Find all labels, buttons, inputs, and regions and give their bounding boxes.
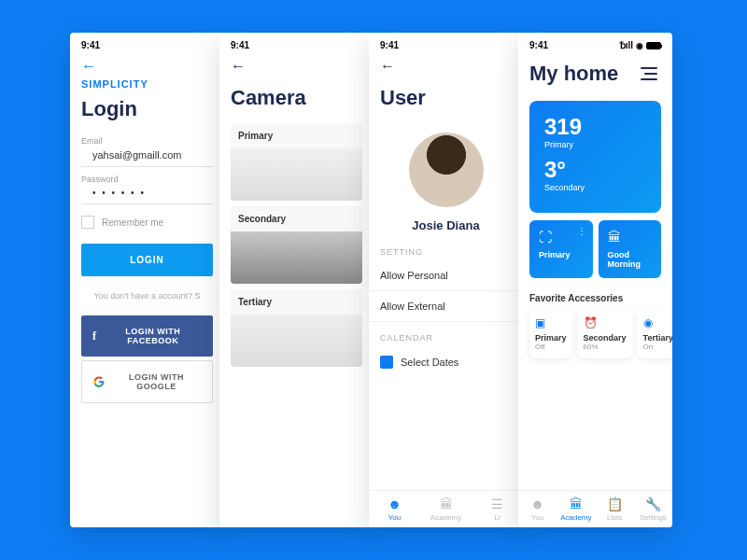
- page-title: Login: [70, 90, 224, 129]
- favorites-label: Favorite Accessories: [518, 284, 672, 309]
- tab-lists[interactable]: 📋Lists: [596, 497, 634, 522]
- fav-status: Off: [535, 343, 567, 351]
- login-button[interactable]: LOGIN: [81, 244, 213, 276]
- camera-card-primary[interactable]: Primary: [231, 123, 362, 201]
- fav-tile-primary[interactable]: ▣ Primary Off: [529, 309, 572, 358]
- allow-external-item[interactable]: Allow External: [369, 291, 523, 322]
- person-icon: ◉: [643, 316, 672, 329]
- card-label: Secondary: [231, 206, 362, 231]
- tile-primary[interactable]: ⋮ ⛶ Primary: [529, 220, 593, 278]
- list-icon: 📋: [596, 497, 634, 511]
- back-button[interactable]: ←: [70, 54, 224, 78]
- card-label: Tertiary: [231, 289, 362, 315]
- battery-icon: [646, 42, 661, 49]
- camera-image: [231, 231, 362, 284]
- page-title: My home: [529, 58, 618, 90]
- email-field[interactable]: yahsai@gmaill.com: [81, 147, 213, 167]
- camera-card-tertiary[interactable]: Tertiary: [231, 289, 362, 367]
- camera-image: [231, 315, 362, 367]
- checkbox-icon[interactable]: [81, 216, 94, 229]
- login-screen: 9:41 ← SIMPLICITY Login Email yahsai@gma…: [70, 33, 224, 527]
- facebook-icon: f: [92, 329, 97, 343]
- building-icon: 🏛: [608, 230, 653, 245]
- wifi-icon: ◉: [636, 41, 643, 50]
- menu-button[interactable]: [637, 63, 661, 84]
- tab-academy[interactable]: 🏛Academy: [557, 497, 595, 522]
- fav-title: Secondary: [584, 333, 627, 343]
- tile-good-morning[interactable]: 🏛 Good Morning: [599, 220, 662, 278]
- clock-icon: ⏰: [584, 316, 627, 329]
- stats-card[interactable]: 319 Primary 3° Secondary: [529, 101, 661, 213]
- calendar-section-label: CALENDAR: [369, 322, 523, 346]
- camera-screen: 9:41 ← Camera Primary Secondary Tertiary: [219, 33, 374, 527]
- password-label: Password: [70, 167, 224, 186]
- user-icon: ☻: [518, 497, 557, 511]
- calendar-icon: [380, 356, 393, 369]
- wallet-icon: ▣: [535, 316, 567, 329]
- wrench-icon: 🔧: [634, 497, 672, 511]
- status-bar: 9:41: [369, 33, 523, 54]
- status-icons: ␢ıll ◉: [620, 40, 661, 50]
- back-button[interactable]: ←: [369, 54, 523, 78]
- tab-you[interactable]: ☻You: [518, 497, 557, 522]
- fav-status: On: [643, 343, 672, 351]
- tab-you[interactable]: ☻You: [369, 497, 420, 522]
- tile-label: Primary: [539, 250, 584, 259]
- status-time: 9:41: [231, 40, 249, 50]
- no-account-text[interactable]: You don't have a account? S: [70, 280, 224, 312]
- status-time: 9:41: [380, 40, 399, 50]
- back-button[interactable]: ←: [219, 54, 374, 78]
- brand-label: SIMPLICITY: [70, 78, 224, 90]
- password-field[interactable]: • • • • • •: [81, 186, 213, 204]
- user-name: Josie Diana: [369, 215, 523, 236]
- google-login-button[interactable]: LOGIN WITH GOOGLE: [81, 360, 213, 403]
- select-dates-item[interactable]: Select Dates: [369, 346, 523, 378]
- building-icon: 🏛: [557, 497, 595, 511]
- allow-personal-item[interactable]: Allow Personal: [369, 260, 523, 291]
- status-bar: 9:41: [70, 33, 224, 54]
- remember-me-label: Remember me: [102, 217, 163, 228]
- card-label: Primary: [231, 123, 362, 148]
- stat-primary-value: 319: [544, 114, 646, 140]
- stat-secondary-label: Secondary: [544, 183, 646, 192]
- tab-bar: ☻You 🏛Academy 📋Lists 🔧Settings: [518, 490, 672, 527]
- tab-settings[interactable]: 🔧Settings: [634, 497, 672, 522]
- status-time: 9:41: [81, 40, 100, 50]
- page-title: Camera: [219, 78, 374, 118]
- user-avatar[interactable]: [409, 133, 484, 207]
- tab-lists[interactable]: ☰Li: [472, 497, 523, 522]
- home-screen: 9:41 ␢ıll ◉ My home 319 Primary 3° Secon…: [518, 33, 672, 527]
- fav-tile-secondary[interactable]: ⏰ Secondary 60%: [578, 309, 632, 358]
- fav-status: 60%: [584, 343, 627, 351]
- email-label: Email: [70, 129, 224, 147]
- tile-menu-icon[interactable]: ⋮: [577, 226, 585, 236]
- google-button-label: LOGIN WITH GOOGLE: [112, 372, 201, 391]
- list-icon: ☰: [472, 497, 523, 511]
- status-time: 9:41: [529, 40, 548, 50]
- facebook-login-button[interactable]: f LOGIN WITH FACEBOOK: [81, 315, 213, 357]
- status-bar: 9:41: [219, 33, 374, 54]
- google-icon: [93, 376, 105, 387]
- camera-card-secondary[interactable]: Secondary: [231, 206, 362, 284]
- remember-me-row[interactable]: Remember me: [70, 204, 224, 240]
- building-icon: 🏛: [420, 497, 472, 511]
- stat-secondary-value: 3°: [544, 157, 646, 183]
- select-dates-label: Select Dates: [401, 357, 458, 368]
- fav-title: Primary: [535, 333, 567, 343]
- tile-label: Good Morning: [608, 250, 653, 269]
- camera-image: [231, 148, 362, 201]
- stat-primary-label: Primary: [544, 140, 646, 149]
- status-bar: 9:41 ␢ıll ◉: [518, 33, 672, 54]
- fav-title: Tertiary: [643, 333, 672, 343]
- tab-bar: ☻You 🏛Academy ☰Li: [369, 490, 523, 527]
- fb-button-label: LOGIN WITH FACEBOOK: [105, 327, 203, 345]
- tab-academy[interactable]: 🏛Academy: [420, 497, 472, 522]
- setting-section-label: SETTING: [369, 236, 523, 260]
- user-icon: ☻: [369, 497, 420, 511]
- page-title: User: [369, 78, 523, 118]
- signal-icon: ␢ıll: [620, 40, 633, 50]
- fav-tile-tertiary[interactable]: ◉ Tertiary On: [638, 309, 672, 358]
- user-screen: 9:41 ← User Josie Diana SETTING Allow Pe…: [369, 33, 523, 527]
